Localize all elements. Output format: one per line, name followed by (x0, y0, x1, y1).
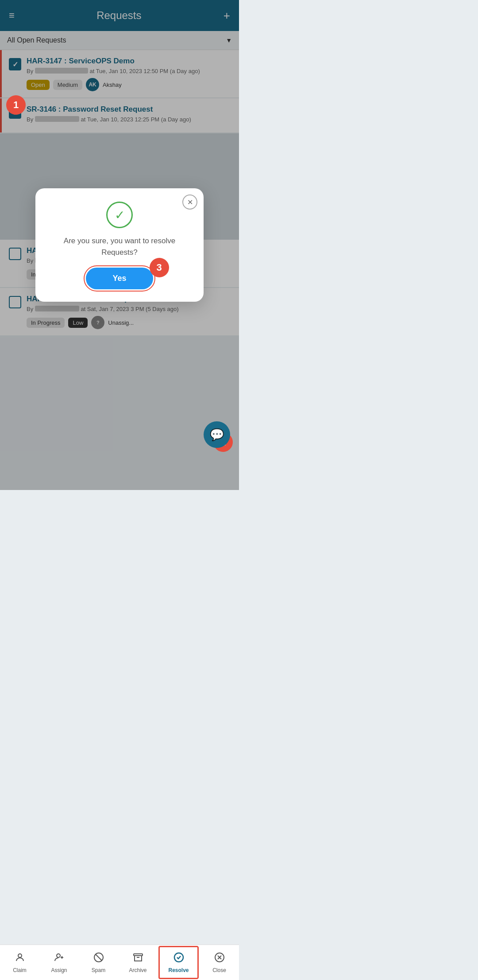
resolve-modal: ✕ ✓ Are you sure, you want to resolve Re… (35, 188, 204, 302)
modal-overlay: ✕ ✓ Are you sure, you want to resolve Re… (0, 0, 239, 490)
chat-bubble-button[interactable]: 💬 (204, 421, 230, 448)
close-icon: ✕ (187, 198, 193, 206)
modal-message: Are you sure, you want to resolve Reques… (46, 235, 193, 258)
step-badge-1: 1 (6, 95, 26, 115)
modal-yes-button[interactable]: Yes (86, 268, 153, 289)
check-circle-icon: ✓ (106, 202, 133, 228)
step-badge-3: 3 (150, 258, 169, 277)
modal-close-button[interactable]: ✕ (182, 194, 197, 210)
